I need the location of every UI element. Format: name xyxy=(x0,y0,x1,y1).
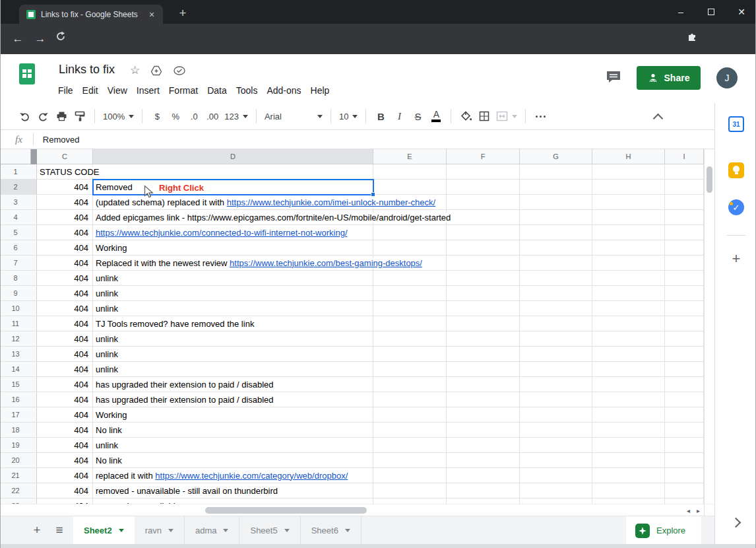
cell-C12[interactable]: 404 xyxy=(37,331,93,347)
undo-icon[interactable] xyxy=(15,107,34,125)
row-header-14[interactable]: 14 xyxy=(1,362,37,377)
cell-G10[interactable] xyxy=(520,301,592,316)
cell-C3[interactable]: 404 xyxy=(37,195,93,210)
cell-G7[interactable] xyxy=(520,256,592,271)
cell-D11[interactable]: TJ Tools removed? have removed the link xyxy=(93,316,373,331)
document-title[interactable]: Links to fix xyxy=(59,63,115,77)
col-header-G[interactable]: G xyxy=(520,149,592,164)
cell-F2[interactable] xyxy=(447,180,520,195)
cell-link[interactable]: https://www.techjunkie.com/connected-to-… xyxy=(96,228,348,238)
cell-C22[interactable]: 404 xyxy=(37,483,93,498)
cell-G22[interactable] xyxy=(520,483,592,498)
cell-E23[interactable] xyxy=(373,498,447,504)
cell-H2[interactable] xyxy=(592,180,665,195)
tasks-icon[interactable]: ✓ xyxy=(728,199,744,215)
col-header-H[interactable]: H xyxy=(592,149,665,164)
cell-I7[interactable] xyxy=(665,256,704,271)
scroll-left-icon[interactable]: ◂ xyxy=(687,507,690,514)
row-header-5[interactable]: 5 xyxy=(1,225,37,240)
paint-format-icon[interactable] xyxy=(71,107,89,125)
cell-D3[interactable]: (updated schema) replaced it with https:… xyxy=(93,195,373,210)
cell-G19[interactable] xyxy=(520,438,592,453)
cell-H8[interactable] xyxy=(592,271,665,286)
col-header-E[interactable]: E xyxy=(373,149,447,164)
cell-D7[interactable]: Replaced it with the newest review https… xyxy=(93,256,373,271)
cell-I8[interactable] xyxy=(665,271,704,286)
formula-bar-value[interactable]: Removed xyxy=(43,135,80,145)
bold-button[interactable]: B xyxy=(371,107,390,125)
cell-G2[interactable] xyxy=(520,180,592,195)
cell-G3[interactable] xyxy=(520,195,592,210)
cell-E21[interactable] xyxy=(373,468,447,483)
row-header-12[interactable]: 12 xyxy=(1,331,37,347)
cell-I23[interactable] xyxy=(665,498,704,504)
cell-F21[interactable] xyxy=(447,468,520,483)
menu-tools[interactable]: Tools xyxy=(232,83,263,98)
cell-D9[interactable]: unlink xyxy=(93,286,373,301)
cell-I1[interactable] xyxy=(665,164,704,180)
cell-H1[interactable] xyxy=(592,164,665,180)
cell-G13[interactable] xyxy=(520,347,592,362)
row-header-7[interactable]: 7 xyxy=(1,256,37,271)
sheet-tab-dropdown-icon[interactable] xyxy=(223,529,228,532)
cell-I6[interactable] xyxy=(665,240,704,256)
hide-menus-icon[interactable] xyxy=(652,111,663,121)
cell-D13[interactable]: unlink xyxy=(93,347,373,362)
sheet-tab-dropdown-icon[interactable] xyxy=(284,529,290,532)
row-header-8[interactable]: 8 xyxy=(1,271,37,286)
italic-button[interactable]: I xyxy=(390,107,408,125)
cell-E12[interactable] xyxy=(373,331,447,347)
cell-C17[interactable]: 404 xyxy=(37,407,93,423)
font-family-select[interactable]: Arial xyxy=(262,107,325,125)
cell-C9[interactable]: 404 xyxy=(37,286,93,301)
cell-C10[interactable]: 404 xyxy=(37,301,93,316)
horizontal-scrollbar-thumb[interactable] xyxy=(205,507,367,514)
cell-H12[interactable] xyxy=(592,331,665,347)
cell-E14[interactable] xyxy=(373,362,447,377)
row-header-23[interactable]: 23 xyxy=(1,498,37,504)
cell-H21[interactable] xyxy=(592,468,665,483)
sheet-tab-dropdown-icon[interactable] xyxy=(119,529,124,532)
cell-E20[interactable] xyxy=(373,453,447,468)
cell-I3[interactable] xyxy=(665,195,704,210)
cell-H15[interactable] xyxy=(592,377,665,392)
hidden-columns-indicator[interactable] xyxy=(31,149,37,164)
cell-H13[interactable] xyxy=(592,347,665,362)
cell-H19[interactable] xyxy=(592,438,665,453)
cell-F15[interactable] xyxy=(447,377,520,392)
cell-C8[interactable]: 404 xyxy=(37,271,93,286)
cell-F3[interactable] xyxy=(447,195,520,210)
forward-icon[interactable]: → xyxy=(32,31,48,47)
sheet-tab-sheet2[interactable]: Sheet2 xyxy=(73,516,135,545)
all-sheets-icon[interactable]: ≡ xyxy=(48,523,71,537)
cell-D5[interactable]: https://www.techjunkie.com/connected-to-… xyxy=(93,225,373,240)
cell-I12[interactable] xyxy=(665,331,704,347)
sheet-tab-dropdown-icon[interactable] xyxy=(345,529,350,532)
cell-I21[interactable] xyxy=(665,468,704,483)
cell-C13[interactable]: 404 xyxy=(37,347,93,362)
cell-I19[interactable] xyxy=(665,438,704,453)
close-window-button[interactable]: ✕ xyxy=(726,0,756,24)
cell-D1[interactable] xyxy=(93,164,373,180)
cell-E17[interactable] xyxy=(373,407,447,423)
cell-G6[interactable] xyxy=(520,240,592,256)
star-document-icon[interactable]: ☆ xyxy=(130,63,140,77)
move-to-drive-icon[interactable] xyxy=(150,65,162,76)
cell-G1[interactable] xyxy=(520,164,592,180)
menu-add-ons[interactable]: Add-ons xyxy=(262,83,305,98)
get-addons-button[interactable]: + xyxy=(728,251,744,267)
cell-D21[interactable]: replaced it with https://www.techjunkie.… xyxy=(93,468,373,483)
cell-D23[interactable]: removed - unavailable xyxy=(93,498,373,504)
cell-G12[interactable] xyxy=(520,331,592,347)
cell-I20[interactable] xyxy=(665,453,704,468)
cell-F9[interactable] xyxy=(447,286,520,301)
row-header-4[interactable]: 4 xyxy=(1,210,37,225)
cell-E8[interactable] xyxy=(373,271,447,286)
cell-E9[interactable] xyxy=(373,286,447,301)
cell-G18[interactable] xyxy=(520,423,592,438)
cell-C4[interactable]: 404 xyxy=(37,210,93,225)
cell-D20[interactable]: No link xyxy=(93,453,373,468)
cell-D22[interactable]: removed - unavailable - still avail on t… xyxy=(93,483,373,498)
scroll-right-icon[interactable]: ▸ xyxy=(697,507,700,514)
sheet-tab-dropdown-icon[interactable] xyxy=(168,529,173,532)
